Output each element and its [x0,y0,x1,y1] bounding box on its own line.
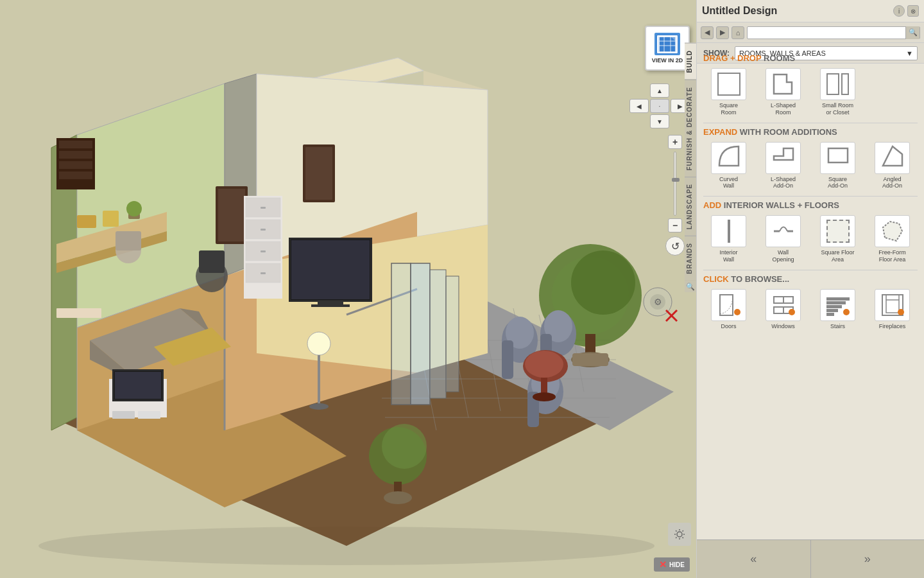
canvas-area[interactable]: ⚙ VIEW IN 2D ▲ ◀ · ▶ [0,0,696,578]
zoom-out-btn[interactable]: − [668,218,682,232]
interior-wall-item[interactable]: InteriorWall [703,215,754,263]
zoom-in-btn[interactable]: + [668,135,682,149]
side-tabs: BUILD FURNISH & DECORATE LANDSCAPE BRAND… [685,43,696,292]
small-room-item[interactable]: Small Roomor Closet [812,68,863,116]
windows-label: Windows [771,323,795,330]
freeform-floor-label: Free-FormFloor Area [878,249,906,263]
svg-rect-54 [305,147,332,200]
divider-3 [703,270,918,270]
view-2d-btn[interactable]: VIEW IN 2D [645,26,690,71]
window-browse-icon [766,289,801,321]
hide-btn[interactable]: ✕ HIDE [654,557,690,572]
tab-build[interactable]: BUILD [685,43,696,80]
interior-wall-icon [711,215,746,247]
rotate-btn[interactable]: ↺ [665,236,685,256]
windows-item[interactable]: Windows [758,289,809,330]
square-addon-label: SquareAdd-On [828,176,848,190]
search-btn[interactable]: 🔍 [905,26,920,39]
door-browse-icon [711,289,746,321]
hide-label: HIDE [669,561,685,568]
svg-rect-134 [659,37,676,52]
drag-drop-title-gray: ROOMS [764,53,795,63]
square-room-icon [711,68,746,100]
nav-center-btn[interactable]: · [650,99,669,113]
angled-addon-label: AngledAdd-On [882,176,902,190]
tab-furnish[interactable]: FURNISH & DECORATE [685,80,696,177]
doors-item[interactable]: Doors [703,289,754,330]
collapse-up-btn[interactable]: « [697,539,810,578]
tab-brands[interactable]: BRANDS [685,236,696,281]
right-panel: Untitled Design i ⊗ ◀ ▶ ⌂ 🔍 SHOW: ROOMS,… [696,0,924,578]
svg-rect-64 [572,353,608,366]
svg-rect-113 [502,340,513,379]
back-btn[interactable]: ◀ [701,26,714,39]
svg-rect-99 [261,250,266,252]
l-shaped-room-item[interactable]: L-ShapedRoom [758,68,809,116]
svg-rect-70 [59,141,92,148]
freeform-floor-item[interactable]: Free-FormFloor Area [867,215,918,263]
nav-up-btn[interactable]: ▲ [650,83,669,98]
svg-rect-56 [411,263,430,405]
l-shaped-room-label: L-ShapedRoom [771,102,796,116]
svg-rect-91 [138,411,160,419]
view2d-label: VIEW IN 2D [652,57,683,64]
svg-point-124 [525,351,563,378]
svg-rect-72 [59,161,92,169]
wall-opening-item[interactable]: WallOpening [758,215,809,263]
zoom-slider[interactable] [674,152,676,216]
panel-collapse-btn[interactable]: ⊗ [907,5,919,17]
fireplaces-label: Fireplaces [879,323,906,330]
panel-info-btn[interactable]: i [893,5,905,17]
interior-title-orange: ADD [703,200,721,210]
square-floor-item[interactable]: Square FloorArea [812,215,863,263]
curved-wall-icon [711,142,746,174]
square-addon-item[interactable]: SquareAdd-On [812,142,863,190]
tab-search[interactable]: 🔍 [685,281,696,292]
svg-marker-139 [671,37,676,41]
stairs-label: Stairs [830,323,845,330]
home-btn[interactable]: ⌂ [732,26,744,39]
zoom-handle[interactable] [672,178,680,182]
expand-title-orange: EXPAND [703,127,737,137]
svg-rect-98 [261,229,266,231]
l-shaped-addon-item[interactable]: L-ShapedAdd-On [758,142,809,190]
zoom-control: + − ↺ [665,135,685,256]
search-input[interactable] [748,29,905,37]
l-shaped-addon-label: L-ShapedAdd-On [771,176,796,190]
svg-rect-146 [886,300,899,313]
fireplaces-orange-dot [898,309,904,315]
canvas-settings [668,523,691,546]
stairs-item[interactable]: Stairs [812,289,863,330]
divider-1 [703,123,918,123]
svg-point-79 [126,201,142,216]
square-room-item[interactable]: SquareRoom [703,68,754,116]
svg-point-140 [677,532,682,537]
forward-btn[interactable]: ▶ [716,26,729,39]
nav-down-btn[interactable]: ▼ [650,114,669,128]
interior-title-gray: INTERIOR WALLS + FLOORS [724,200,839,210]
collapse-down-btn[interactable]: » [810,539,925,578]
angled-addon-item[interactable]: AngledAdd-On [867,142,918,190]
stairs-browse-icon [820,289,855,321]
browse-grid: Doors Windows [703,289,918,330]
doors-label: Doors [721,323,736,330]
navigation-controls: ▲ ◀ · ▶ ▼ [629,83,690,128]
curved-wall-item[interactable]: CurvedWall [703,142,754,190]
svg-rect-81 [116,231,141,250]
panel-bottom: « » [697,539,924,578]
small-room-label: Small Roomor Closet [822,102,853,116]
fireplaces-item[interactable]: Fireplaces [867,289,918,330]
svg-rect-77 [103,211,119,227]
tab-landscape[interactable]: LANDSCAPE [685,177,696,236]
angled-addon-icon [875,142,910,174]
nav-left-btn[interactable]: ◀ [629,99,649,113]
svg-point-126 [533,392,556,401]
collapse-up-icon: « [750,552,757,566]
canvas-settings-btn[interactable] [668,523,691,546]
fireplace-browse-icon [875,289,910,321]
square-room-label: SquareRoom [719,102,738,116]
curved-wall-label: CurvedWall [719,176,738,190]
interior-grid: InteriorWall WallOpening [703,215,918,263]
svg-rect-55 [391,263,411,405]
svg-rect-105 [311,304,350,307]
